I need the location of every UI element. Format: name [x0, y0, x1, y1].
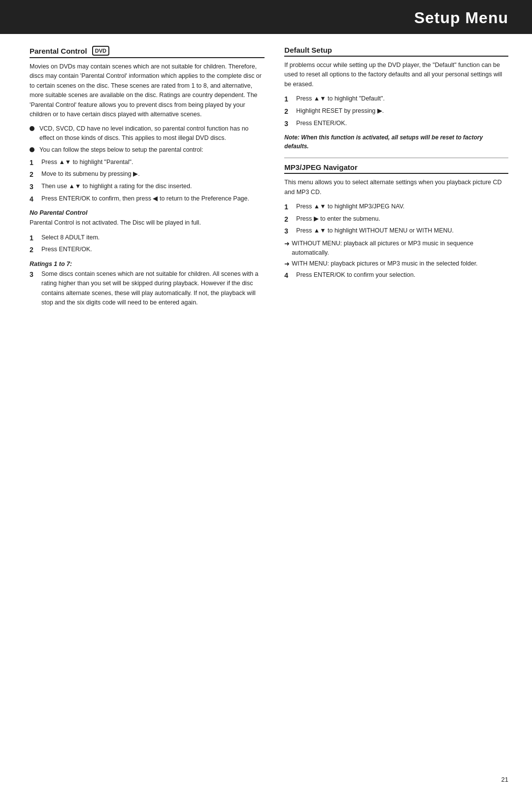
list-item: 3Press ▲▼ to highlight WITHOUT MENU or W…: [284, 226, 508, 237]
list-item: 1Select 8 ADULT item.: [30, 233, 265, 244]
ratings-title: Ratings 1 to 7:: [30, 261, 265, 267]
parental-control-title: Parental Control DVD: [30, 46, 265, 58]
arrow-right-icon: ➜: [284, 259, 290, 269]
list-item: 1Press ▲▼ to highlight "Default".: [284, 94, 508, 105]
bullet-item: You can follow the steps below to setup …: [30, 145, 265, 155]
dvd-badge: DVD: [92, 46, 109, 56]
mp3-jpeg-title: MP3/JPEG Navigator: [284, 163, 508, 174]
mp3-jpeg-section: MP3/JPEG Navigator This menu allows you …: [284, 163, 508, 281]
bullet-dot-icon: [30, 147, 34, 152]
default-setup-title: Default Setup: [284, 46, 508, 57]
list-item: 3Then use ▲▼ to highlight a rating for t…: [30, 182, 265, 193]
parental-control-body: Movies on DVDs may contain scenes which …: [30, 62, 265, 119]
right-column: Default Setup If problems occur while se…: [284, 46, 508, 310]
list-item: 3Some discs contain scenes which are not…: [30, 269, 265, 308]
default-setup-section: Default Setup If problems occur while se…: [284, 46, 508, 151]
list-item: 2Press ▶ to enter the submenu.: [284, 214, 508, 225]
ratings-steps: 3Some discs contain scenes which are not…: [30, 269, 265, 308]
page-number: 21: [501, 776, 508, 783]
no-parental-control-body: Parental Control is not activated. The D…: [30, 218, 265, 228]
default-setup-note: Note: When this function is activated, a…: [284, 133, 508, 151]
arrow-right-icon: ➜: [284, 239, 290, 249]
mp3-jpeg-steps: 1Press ▲▼ to highlight MP3/JPEG NAV. 2Pr…: [284, 202, 508, 237]
no-parental-control-steps: 1Select 8 ADULT item. 2Press ENTER/OK.: [30, 233, 265, 256]
left-column: Parental Control DVD Movies on DVDs may …: [30, 46, 265, 310]
without-menu-item: ➜ WITHOUT MENU: playback all pictures or…: [284, 239, 508, 258]
list-item: 1Press ▲▼ to highlight MP3/JPEG NAV.: [284, 202, 508, 213]
parental-control-bullets: VCD, SVCD, CD have no level indication, …: [30, 124, 265, 154]
list-item: 2Highlight RESET by pressing ▶.: [284, 106, 508, 117]
list-item: 4Press ENTER/OK to confirm, then press ◀…: [30, 194, 265, 205]
mp3-jpeg-body: This menu allows you to select alternate…: [284, 178, 508, 197]
mp3-jpeg-step4: 4Press ENTER/OK to confirm your selectio…: [284, 270, 508, 281]
list-item: 3Press ENTER/OK.: [284, 119, 508, 130]
no-parental-control-title: No Parental Control: [30, 209, 265, 216]
default-setup-body: If problems occur while setting up the D…: [284, 61, 508, 89]
default-setup-steps: 1Press ▲▼ to highlight "Default". 2Highl…: [284, 94, 508, 129]
list-item: 2Move to its submenu by pressing ▶.: [30, 169, 265, 180]
list-item: 1Press ▲▼ to highlight "Parental".: [30, 158, 265, 168]
list-item: 2Press ENTER/OK.: [30, 245, 265, 256]
section-divider: [284, 158, 508, 158]
page-title: Setup Menu: [0, 0, 532, 34]
parental-control-steps: 1Press ▲▼ to highlight "Parental". 2Move…: [30, 158, 265, 205]
parental-control-section: Parental Control DVD Movies on DVDs may …: [30, 46, 265, 308]
bullet-dot-icon: [30, 126, 34, 131]
with-menu-item: ➜ WITH MENU: playback pictures or MP3 mu…: [284, 259, 508, 269]
bullet-item: VCD, SVCD, CD have no level indication, …: [30, 124, 265, 143]
list-item: 4Press ENTER/OK to confirm your selectio…: [284, 270, 508, 281]
